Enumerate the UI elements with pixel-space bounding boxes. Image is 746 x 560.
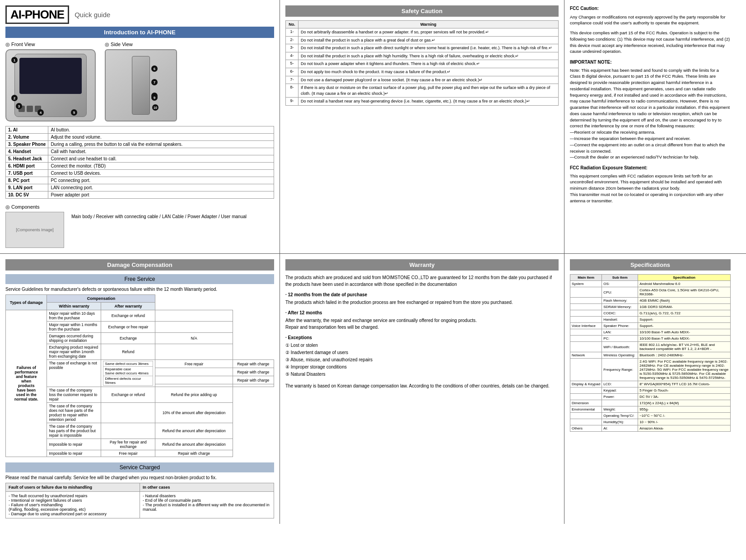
spec-row: WiFi / Bluetooth:IEEE 802.11 a/b/g/n/ac-… [570,342,731,352]
part-num: 8. PC port [6,177,48,184]
spec-row: Humidity(%):10 ~ 90% /- [570,419,731,425]
safety-num: 5- [286,60,298,68]
warranty-section1-title: · 12 months from the date of purchase [285,292,559,297]
components-desc: Main body / Receiver with connecting cab… [71,204,247,220]
part-desc: Connect and use headset to call. [48,155,274,163]
parts-row: 10. DC 5VPower adapter port [6,191,274,199]
marker-7: 7 [151,79,158,85]
spec-row: SDRAM Memory:1GB DDR3 SDRAM- [570,304,731,310]
spec-row: Frequency Range:2.4G WiFi: For FCC avail… [570,359,731,381]
marker-3: 3 [16,103,22,109]
part-desc: Connect the monitor. (TBD) [48,163,274,170]
spec-row: Dimension172(W) x 224(L) x 84(M) [570,400,731,406]
warranty-exceptions-title: · Exceptions [285,335,559,340]
spec-row: Display & KeypadLCD:8" WVGA(800*854) TFT… [570,381,731,387]
front-view-image: 1 2 3 4 5 [5,49,96,121]
safety-row: 1-Do not arbitrarily disassemble a hands… [286,28,559,37]
safety-num: 9- [286,98,298,106]
page: AI-PHONE Quick guide Introduction to AI-… [0,0,746,524]
parts-row: 5. Headset JackConnect and use headset t… [6,155,274,163]
spec-row: Operating Temp'C/:~10°C ~ 50°C /- [570,413,731,419]
part-num: 7. USB port [6,170,48,177]
components-image: [Components Image] [5,212,64,248]
safety-col-no: No. [286,21,298,28]
spec-main-header: Main Item [570,275,602,281]
service-charged-desc: Please read the manual carefully. Servic… [5,475,274,480]
safety-row: 9-Do not install a handset near any heat… [286,98,559,106]
part-num: 4. Handset [6,148,48,155]
front-view-section: ◎ Front View [5,42,96,121]
marker-4: 4 [37,109,44,116]
safety-num: 1- [286,28,298,37]
warranty-exception-item: ④ Improper storage conditions [285,364,559,371]
fault-col2-content: - Natural disasters- End of life of cons… [140,492,274,518]
subtitle: Quick guide [75,11,110,19]
fcc-important-title: IMPORTANT NOTE: [570,59,731,66]
fault-col2-header: In other cases [140,483,274,492]
safety-column: Safety Caution No. Warning 1-Do not arbi… [280,0,564,253]
part-desc: Adjust the sound volume. [48,134,274,141]
parts-row: 4. HandsetCall with handset. [6,148,274,155]
service-charged-section: Service Charged Please read the manual c… [5,462,274,518]
warranty-exception-item: ③ Abuse, misuse, and unauthorized repair… [285,356,559,364]
marker-2: 2 [11,95,18,101]
safety-row: 7-Do not use a damaged power plug/cord o… [286,76,559,84]
fault-col1-content: - The fault occurred by unauthorized rep… [6,492,140,518]
parts-row: 6. HDMI portConnect the monitor. (TBD) [6,163,274,170]
parts-row: 1. AIAI button. [6,126,274,134]
safety-num: 6- [286,68,298,76]
part-desc: During a calling, press the button to ca… [48,141,274,148]
safety-text: Do not install the product in such a pla… [298,52,559,60]
marker-9: 9 [151,94,158,101]
part-num: 3. Speaker Phone [6,141,48,148]
parts-row: 7. USB portConnect to USB devices. [6,170,274,177]
safety-text: Do not install a handset near any heat-g… [298,98,559,106]
safety-row: 5-Do not touch a power adapter when it t… [286,60,559,68]
damage-row: Failures ofperformanceand featurewhenpro… [6,310,274,322]
part-num: 2. Volume [6,134,48,141]
specs-column: Specifications Main Item Sub Item Specif… [564,254,736,524]
brand-logo: AI-PHONE [5,5,69,24]
safety-text: Do not touch a power adapter when it tig… [298,60,559,68]
spec-row: NetworkWireless Operating:Bluetooth : 24… [570,352,731,359]
parts-row: 2. VolumeAdjust the sound volume. [6,134,274,141]
safety-row: 8-If there is any dust or moisture on th… [286,84,559,98]
marker-5: 5 [71,109,77,116]
damage-title: Damage Compensation [5,259,274,271]
part-num: 6. HDMI port [6,163,48,170]
top-section: AI-PHONE Quick guide Introduction to AI-… [0,0,746,254]
free-service-desc: Service Guidelines for manufacturer's de… [5,287,274,292]
fcc-radiation-text: This equipment complies with FCC radiati… [570,173,731,204]
safety-num: 4- [286,52,298,60]
warranty-note: The warranty is based on Korean damage c… [285,383,559,389]
fcc-column: FCC Caution: Any Changes or modification… [564,0,736,253]
parts-row: 8. PC portPC connecting port. [6,177,274,184]
intro-title: Introduction to AI-PHONE [5,27,274,38]
safety-text: Do not install the product in such a pla… [298,44,559,52]
fcc-para1: Any Changes or modifications not express… [570,14,731,27]
brand-header: AI-PHONE Quick guide [5,5,274,24]
warranty-section2-title: · After 12 months [285,310,559,315]
warranty-title: Warranty [285,259,559,271]
safety-text: Do not arbitrarily disassemble a handset… [298,28,559,37]
fcc-radiation-title: FCC Radiation Exposure Statement: [570,165,731,172]
safety-row: 4-Do not install the product in such a p… [286,52,559,60]
part-num: 9. LAN port [6,184,48,191]
safety-title: Safety Caution [285,5,559,17]
specs-table: Main Item Sub Item Specification SystemO… [570,274,731,432]
service-charged-title: Service Charged [5,462,274,472]
marker-10: 10 [152,104,159,111]
spec-row: EnvironmentalWeight:955g- [570,406,731,413]
fcc-para2: This device complies with part 15 of the… [570,30,731,55]
safety-num: 7- [286,76,298,84]
warranty-para1: The products which are produced and sold… [285,274,559,288]
specs-title: Specifications [570,259,731,271]
free-service-title: Free Service [5,274,274,284]
safety-num: 3- [286,44,298,52]
warranty-section2-text: After the warranty, the repair and excha… [285,317,559,331]
warranty-section1-text: The products which failed in the product… [285,299,559,306]
part-desc: LAN connecting port. [48,184,274,191]
part-desc: AI button. [48,126,274,134]
spec-row: CODIC:G.711(a/u), G.722, G.722 [570,310,731,317]
part-desc: Power adapter port [48,191,274,199]
